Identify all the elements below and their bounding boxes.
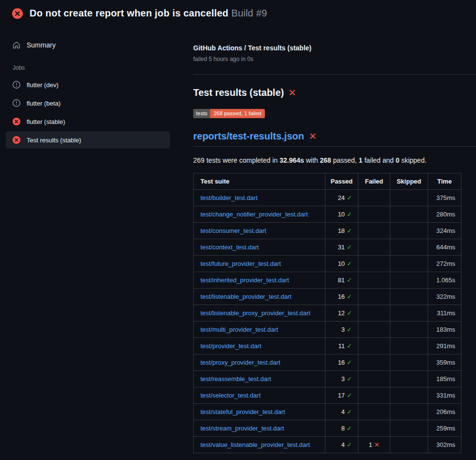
test-suite-link[interactable]: test/builder_test.dart — [200, 194, 258, 201]
passed-cell: 10✓ — [325, 256, 358, 272]
test-suite-link[interactable]: test/provider_test.dart — [200, 342, 261, 350]
job-neutral-icon — [13, 81, 20, 89]
column-header: Passed — [325, 173, 358, 190]
failed-cell — [358, 256, 390, 272]
suite-cell: test/multi_provider_test.dart — [194, 322, 325, 338]
sidebar-item-job[interactable]: flutter (stable) — [6, 113, 170, 130]
sidebar-item-summary[interactable]: Summary — [6, 36, 170, 54]
report-file-link[interactable]: reports/test-results.json — [193, 131, 304, 142]
test-suite-link[interactable]: test/consumer_test.dart — [200, 227, 266, 234]
test-suite-link[interactable]: test/multi_provider_test.dart — [200, 326, 278, 333]
suite-cell: test/listenable_proxy_provider_test.dart — [194, 305, 325, 322]
test-suite-link[interactable]: test/proxy_provider_test.dart — [200, 359, 280, 366]
suite-cell: test/consumer_test.dart — [194, 223, 325, 239]
check-icon: ✓ — [347, 309, 352, 317]
check-icon: ✓ — [347, 293, 352, 300]
jobs-section-label: Jobs — [6, 55, 170, 76]
skipped-cell — [390, 338, 428, 354]
report-failed-x-icon: ✕ — [309, 132, 317, 141]
test-suite-link[interactable]: test/listenable_provider_test.dart — [200, 293, 292, 300]
sidebar-item-job[interactable]: flutter (dev) — [6, 76, 170, 93]
test-suite-link[interactable]: test/context_test.dart — [200, 244, 259, 251]
check-icon: ✓ — [347, 375, 352, 383]
failed-x-icon: ✕ — [288, 88, 296, 97]
skipped-cell — [390, 289, 428, 305]
skipped-cell — [390, 206, 428, 223]
suite-cell: test/context_test.dart — [194, 239, 325, 256]
suite-cell: test/builder_test.dart — [194, 190, 325, 206]
test-suite-link[interactable]: test/change_notifier_provider_test.dart — [200, 211, 308, 218]
skipped-cell — [390, 239, 428, 256]
test-suite-link[interactable]: test/stream_provider_test.dart — [200, 425, 284, 432]
check-icon: ✓ — [347, 276, 352, 284]
suite-cell: test/proxy_provider_test.dart — [194, 354, 325, 371]
divider — [193, 74, 476, 75]
passed-cell: 31✓ — [325, 239, 358, 256]
table-row: test/listenable_provider_test.dart16✓322… — [194, 289, 461, 305]
check-icon: ✓ — [347, 244, 352, 251]
time-cell: 272ms — [428, 256, 461, 272]
time-cell: 183ms — [428, 322, 461, 338]
suite-cell: test/stream_provider_test.dart — [194, 420, 325, 437]
skipped-cell — [390, 437, 428, 453]
skipped-cell — [390, 223, 428, 239]
passed-cell: 16✓ — [325, 289, 358, 305]
suite-cell: test/change_notifier_provider_test.dart — [194, 206, 325, 223]
jobs-list: flutter (dev)flutter (beta)flutter (stab… — [6, 76, 170, 149]
suite-cell: test/listenable_provider_test.dart — [194, 289, 325, 305]
passed-cell: 81✓ — [325, 272, 358, 289]
time-cell: 280ms — [428, 206, 461, 223]
time-cell: 311ms — [428, 305, 461, 322]
test-suite-link[interactable]: test/stateful_provider_test.dart — [200, 408, 285, 415]
check-icon: ✓ — [347, 392, 352, 399]
test-suite-link[interactable]: test/inherited_provider_test.dart — [200, 276, 289, 284]
test-suite-link[interactable]: test/value_listenable_provider_test.dart — [200, 441, 310, 448]
check-icon: ✓ — [347, 326, 352, 333]
failed-cell — [358, 289, 390, 305]
check-icon: ✓ — [347, 211, 352, 218]
failed-cell — [358, 272, 390, 289]
table-header-row: Test suitePassedFailedSkippedTime — [194, 173, 461, 190]
passed-cell: 4✓ — [325, 404, 358, 420]
job-neutral-icon — [13, 99, 20, 107]
sidebar: Summary Jobs flutter (dev)flutter (beta)… — [0, 27, 187, 150]
failed-cell — [358, 354, 390, 371]
home-icon — [13, 41, 20, 49]
suite-cell: test/provider_test.dart — [194, 338, 325, 354]
failed-cell — [358, 404, 390, 420]
sidebar-item-job[interactable]: Test results (stable) — [6, 131, 170, 149]
test-suite-link[interactable]: test/listenable_proxy_provider_test.dart — [200, 309, 310, 317]
failed-cell: 1✕ — [358, 437, 390, 453]
time-cell: 331ms — [428, 387, 461, 404]
test-suite-link[interactable]: test/future_provider_test.dart — [200, 260, 281, 267]
time-cell: 259ms — [428, 420, 461, 437]
job-label: flutter (beta) — [27, 100, 61, 107]
table-row: test/provider_test.dart11✓291ms — [194, 338, 461, 354]
skipped-cell — [390, 404, 428, 420]
check-icon: ✓ — [347, 260, 352, 267]
job-label: flutter (stable) — [27, 118, 65, 125]
passed-cell: 4✓ — [325, 437, 358, 453]
sidebar-item-job[interactable]: flutter (beta) — [6, 94, 170, 112]
column-header: Failed — [358, 173, 390, 190]
test-suite-link[interactable]: test/reassemble_test.dart — [200, 375, 271, 383]
time-cell: 206ms — [428, 404, 461, 420]
table-row: test/selector_test.dart17✓331ms — [194, 387, 461, 404]
check-icon: ✓ — [347, 408, 352, 415]
passed-cell: 11✓ — [325, 338, 358, 354]
test-suite-link[interactable]: test/selector_test.dart — [200, 392, 261, 399]
suite-cell: test/inherited_provider_test.dart — [194, 272, 325, 289]
table-row: test/multi_provider_test.dart3✓183ms — [194, 322, 461, 338]
failed-cell — [358, 322, 390, 338]
time-cell: 291ms — [428, 338, 461, 354]
skipped-cell — [390, 190, 428, 206]
table-row: test/value_listenable_provider_test.dart… — [194, 437, 461, 453]
failed-cell — [358, 239, 390, 256]
table-row: test/listenable_proxy_provider_test.dart… — [194, 305, 461, 322]
time-cell: 1.065s — [428, 272, 461, 289]
table-row: test/future_provider_test.dart10✓272ms — [194, 256, 461, 272]
tests-summary-line: 269 tests were completed in 32.964s with… — [193, 156, 476, 164]
breadcrumb: GitHub Actions / Test results (stable) — [193, 44, 476, 52]
suite-cell: test/stateful_provider_test.dart — [194, 404, 325, 420]
check-icon: ✓ — [347, 425, 352, 432]
